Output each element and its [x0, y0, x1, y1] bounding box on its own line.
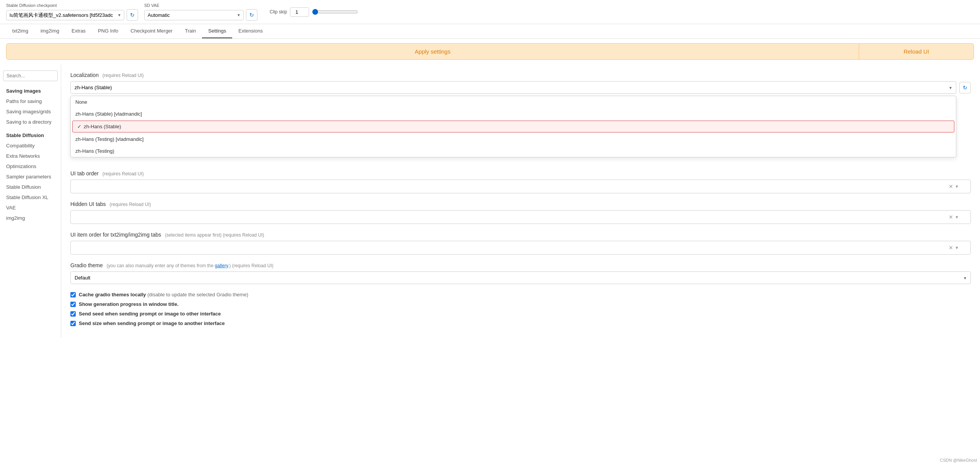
localization-input[interactable]: [70, 81, 956, 94]
vae-group: SD VAE Automatic ↻: [144, 3, 257, 21]
localization-row: None zh-Hans (Stable) [vladmandic] ✓ zh-…: [70, 81, 971, 94]
tab-img2img[interactable]: img2img: [34, 24, 65, 38]
ui-item-order-chevron[interactable]: ▼: [955, 245, 959, 250]
show-progress-checkbox[interactable]: [70, 302, 76, 307]
send-seed-bold: Send seed when sending prompt or image t…: [79, 311, 221, 317]
cache-gradio-checkbox[interactable]: [70, 292, 76, 297]
checkpoint-refresh-btn[interactable]: ↻: [127, 9, 138, 21]
tab-train[interactable]: Train: [179, 24, 202, 38]
tab-extras[interactable]: Extras: [65, 24, 92, 38]
sidebar: Saving images Paths for saving Saving im…: [0, 64, 61, 338]
gradio-theme-section: Gradio theme (you can also manually ente…: [70, 262, 971, 284]
clip-skip-group: Clip skip 1: [270, 7, 358, 17]
send-size-bold: Send size when sending prompt or image t…: [79, 320, 225, 326]
checkpoint-group: Stable Diffusion checkpoint lu简笔画风卡通模型_v…: [6, 3, 138, 21]
tab-txt2img[interactable]: txt2img: [6, 24, 34, 38]
dropdown-item-zh-hans-stable[interactable]: ✓ zh-Hans (Stable): [72, 121, 954, 132]
sidebar-item-saving-to-directory[interactable]: Saving to a directory: [3, 117, 58, 127]
localization-label: Localization: [70, 72, 99, 78]
ui-tab-order-title: UI tab order (requires Reload UI): [70, 170, 971, 176]
localization-title: Localization (requires Reload UI): [70, 72, 971, 78]
ui-tab-order-actions: ✕ ▼: [949, 183, 959, 190]
hidden-ui-tabs-clear[interactable]: ✕: [949, 214, 953, 220]
sidebar-item-stable-diffusion-2[interactable]: Stable Diffusion: [3, 182, 58, 192]
hidden-ui-tabs-note: (requires Reload UI): [110, 202, 151, 207]
gallery-link[interactable]: gallery: [215, 263, 228, 268]
hidden-ui-tabs-chevron[interactable]: ▼: [955, 215, 959, 219]
dropdown-item-label: zh-Hans (Stable): [84, 124, 121, 129]
cache-gradio-muted: (disable to update the selected Gradio t…: [147, 292, 248, 297]
gradio-theme-select-wrapper: Default Base Glass Monochrome Soft: [70, 271, 971, 284]
vae-refresh-btn[interactable]: ↻: [246, 9, 257, 21]
cache-gradio-bold: Cache gradio themes locally: [79, 292, 146, 297]
sidebar-item-paths-for-saving[interactable]: Paths for saving: [3, 96, 58, 106]
sidebar-item-stable-diffusion[interactable]: Stable Diffusion: [3, 130, 58, 141]
vae-label: SD VAE: [144, 3, 257, 8]
apply-settings-button[interactable]: Apply settings: [6, 43, 859, 60]
sidebar-item-optimizations[interactable]: Optimizations: [3, 161, 58, 172]
tab-extensions[interactable]: Extensions: [232, 24, 269, 38]
ui-item-order-label: UI item order for txt2img/img2img tabs: [70, 232, 161, 238]
send-seed-row: Send seed when sending prompt or image t…: [70, 311, 971, 317]
cache-gradio-label: Cache gradio themes locally (disable to …: [79, 292, 248, 297]
show-progress-label: Show generation progress in window title…: [79, 301, 179, 307]
gradio-theme-select[interactable]: Default Base Glass Monochrome Soft: [70, 271, 971, 284]
tabs-bar: txt2img img2img Extras PNG Info Checkpoi…: [0, 24, 980, 39]
ui-tab-order-input[interactable]: ✕ ▼: [70, 180, 971, 193]
ui-tab-order-chevron[interactable]: ▼: [955, 184, 959, 189]
ui-tab-order-note: (requires Reload UI): [103, 171, 144, 176]
ui-item-order-actions: ✕ ▼: [949, 245, 959, 251]
sidebar-search[interactable]: [3, 70, 58, 81]
send-seed-checkbox[interactable]: [70, 311, 76, 317]
tab-settings[interactable]: Settings: [202, 24, 232, 38]
sidebar-item-stable-diffusion-xl[interactable]: Stable Diffusion XL: [3, 192, 58, 203]
action-bar: Apply settings Reload UI: [0, 39, 980, 64]
vae-select-row: Automatic ↻: [144, 9, 257, 21]
sidebar-item-extra-networks[interactable]: Extra Networks: [3, 151, 58, 161]
sidebar-item-vae[interactable]: VAE: [3, 203, 58, 213]
ui-tab-order-label: UI tab order: [70, 170, 99, 176]
vae-select-wrapper: Automatic: [144, 10, 244, 20]
ui-item-order-title: UI item order for txt2img/img2img tabs (…: [70, 232, 971, 238]
send-size-checkbox[interactable]: [70, 321, 76, 326]
sidebar-item-img2img[interactable]: img2img: [3, 213, 58, 223]
tab-checkpoint-merger[interactable]: Checkpoint Merger: [124, 24, 179, 38]
ui-item-order-input[interactable]: ✕ ▼: [70, 241, 971, 255]
clip-skip-label: Clip skip: [270, 9, 287, 15]
gradio-theme-note: (you can also manually enter any of them…: [107, 263, 273, 268]
sidebar-item-saving-images-grids[interactable]: Saving images/grids: [3, 106, 58, 117]
sidebar-item-sampler-parameters[interactable]: Sampler parameters: [3, 172, 58, 182]
localization-select-wrapper: None zh-Hans (Stable) [vladmandic] ✓ zh-…: [70, 81, 956, 94]
localization-refresh-btn[interactable]: ↻: [959, 82, 971, 93]
sidebar-item-saving-images[interactable]: Saving images: [3, 86, 58, 96]
check-icon: ✓: [77, 124, 81, 129]
clip-skip-input[interactable]: 1: [290, 7, 309, 17]
hidden-ui-tabs-input[interactable]: ✕ ▼: [70, 210, 971, 224]
checkpoint-select[interactable]: lu简笔画风卡通模型_v2.safetensors [fd5f23adc: [6, 10, 124, 20]
send-seed-label: Send seed when sending prompt or image t…: [79, 311, 221, 317]
reload-ui-button[interactable]: Reload UI: [859, 43, 974, 60]
tab-png-info[interactable]: PNG Info: [92, 24, 124, 38]
dropdown-item-zh-hans-testing-vlad[interactable]: zh-Hans (Testing) [vladmandic]: [71, 133, 956, 145]
hidden-ui-tabs-section: Hidden UI tabs (requires Reload UI) ✕ ▼: [70, 201, 971, 224]
gradio-theme-label: Gradio theme: [70, 262, 103, 268]
checkpoint-label: Stable Diffusion checkpoint: [6, 3, 138, 8]
settings-content: Localization (requires Reload UI) None z…: [61, 64, 980, 338]
checkpoint-select-row: lu简笔画风卡通模型_v2.safetensors [fd5f23adc ↻: [6, 9, 138, 21]
localization-dropdown: None zh-Hans (Stable) [vladmandic] ✓ zh-…: [70, 96, 956, 157]
main-layout: Saving images Paths for saving Saving im…: [0, 64, 980, 338]
hidden-ui-tabs-title: Hidden UI tabs (requires Reload UI): [70, 201, 971, 207]
show-progress-bold: Show generation progress in window title…: [79, 301, 179, 307]
clip-skip-slider[interactable]: [312, 9, 358, 15]
ui-item-order-clear[interactable]: ✕: [949, 245, 953, 251]
hidden-ui-tabs-label: Hidden UI tabs: [70, 201, 106, 207]
vae-select[interactable]: Automatic: [144, 10, 244, 20]
localization-note: (requires Reload UI): [103, 73, 144, 78]
sidebar-item-compatibility[interactable]: Compatibility: [3, 141, 58, 151]
hidden-ui-tabs-actions: ✕ ▼: [949, 214, 959, 220]
dropdown-item-none[interactable]: None: [71, 96, 956, 108]
ui-tab-order-clear[interactable]: ✕: [949, 183, 953, 190]
cache-gradio-row: Cache gradio themes locally (disable to …: [70, 292, 971, 297]
dropdown-item-zh-hans-testing[interactable]: zh-Hans (Testing): [71, 145, 956, 157]
dropdown-item-zh-hans-stable-vlad[interactable]: zh-Hans (Stable) [vladmandic]: [71, 108, 956, 120]
